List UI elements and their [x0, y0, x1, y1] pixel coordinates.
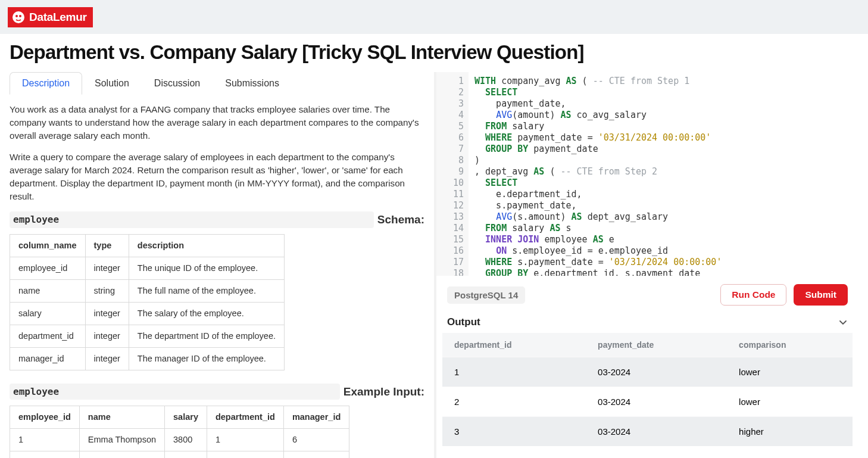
- col-column_name: column_name: [10, 234, 86, 257]
- editor-gutter: 123456789101112131415161718: [436, 72, 469, 276]
- page-title: Department vs. Company Salary [Tricky SQ…: [10, 41, 858, 64]
- engine-badge: PostgreSQL 14: [447, 286, 525, 304]
- col-employee_id: employee_id: [10, 406, 80, 429]
- example-table-name: employee: [10, 384, 340, 400]
- col-comparison: comparison: [727, 333, 853, 357]
- output-row: 303-2024higher: [442, 416, 853, 446]
- tab-discussion[interactable]: Discussion: [142, 72, 213, 95]
- right-panel: 123456789101112131415161718 WITH company…: [434, 72, 858, 458]
- output-row: 103-2024lower: [442, 357, 853, 387]
- example-input-table: employee_idnamesalarydepartment_idmanage…: [10, 406, 349, 458]
- tab-description[interactable]: Description: [10, 72, 82, 95]
- schema-row: salaryintegerThe salary of the employee.: [10, 302, 285, 325]
- col-name: name: [79, 406, 164, 429]
- problem-tabs: DescriptionSolutionDiscussionSubmissions: [10, 72, 424, 95]
- tab-submissions[interactable]: Submissions: [213, 72, 292, 95]
- schema-table-name: employee: [10, 211, 374, 228]
- left-panel: DescriptionSolutionDiscussionSubmissions…: [10, 72, 434, 458]
- sql-editor[interactable]: 123456789101112131415161718 WITH company…: [436, 72, 858, 276]
- run-buttons: Run Code Submit: [720, 284, 848, 306]
- example-row: 1Emma Thompson380016: [10, 429, 349, 451]
- example-suffix: Example Input:: [344, 384, 424, 400]
- brand-text: DataLemur: [29, 11, 87, 24]
- main: Department vs. Company Salary [Tricky SQ…: [0, 34, 868, 458]
- svg-point-2: [19, 15, 21, 17]
- schema-row: namestringThe full name of the employee.: [10, 279, 285, 302]
- output-row: 203-2024lower: [442, 387, 853, 416]
- schema-table: column_nametypedescriptionemployee_idint…: [10, 234, 285, 370]
- svg-point-0: [13, 11, 24, 23]
- submit-button[interactable]: Submit: [794, 284, 848, 306]
- schema-row: manager_idintegerThe manager ID of the e…: [10, 347, 285, 370]
- schema-row: department_idintegerThe department ID of…: [10, 325, 285, 347]
- col-description: description: [129, 234, 284, 257]
- brand-logo[interactable]: DataLemur: [8, 7, 93, 27]
- run-bar: PostgreSQL 14 Run Code Submit: [436, 276, 858, 313]
- schema-row: employee_idintegerThe unique ID of the e…: [10, 257, 285, 279]
- col-department_id: department_id: [207, 406, 283, 429]
- output-header[interactable]: Output: [436, 313, 858, 333]
- description-panel: You work as a data analyst for a FAANG c…: [10, 103, 424, 458]
- example-heading: employee Example Input:: [10, 384, 424, 400]
- description-p1: You work as a data analyst for a FAANG c…: [10, 103, 424, 142]
- schema-suffix: Schema:: [377, 211, 424, 228]
- output-table: department_idpayment_datecomparison103-2…: [442, 333, 853, 446]
- topbar: DataLemur: [0, 0, 868, 34]
- lemur-icon: [11, 10, 26, 24]
- run-code-button[interactable]: Run Code: [720, 284, 786, 306]
- col-manager_id: manager_id: [283, 406, 349, 429]
- chevron-down-icon: [838, 317, 848, 327]
- output-title: Output: [447, 316, 480, 328]
- split-pane: DescriptionSolutionDiscussionSubmissions…: [10, 72, 858, 458]
- col-salary: salary: [165, 406, 207, 429]
- tab-solution[interactable]: Solution: [82, 72, 142, 95]
- description-p2: Write a query to compare the average sal…: [10, 151, 424, 203]
- svg-point-1: [15, 15, 18, 17]
- col-payment_date: payment_date: [586, 333, 727, 357]
- col-department_id: department_id: [442, 333, 586, 357]
- editor-code[interactable]: WITH company_avg AS ( -- CTE from Step 1…: [469, 72, 858, 276]
- col-type: type: [85, 234, 129, 257]
- schema-heading: employee Schema:: [10, 211, 424, 228]
- example-row: 2Daniel Rodriguez223017: [10, 451, 349, 458]
